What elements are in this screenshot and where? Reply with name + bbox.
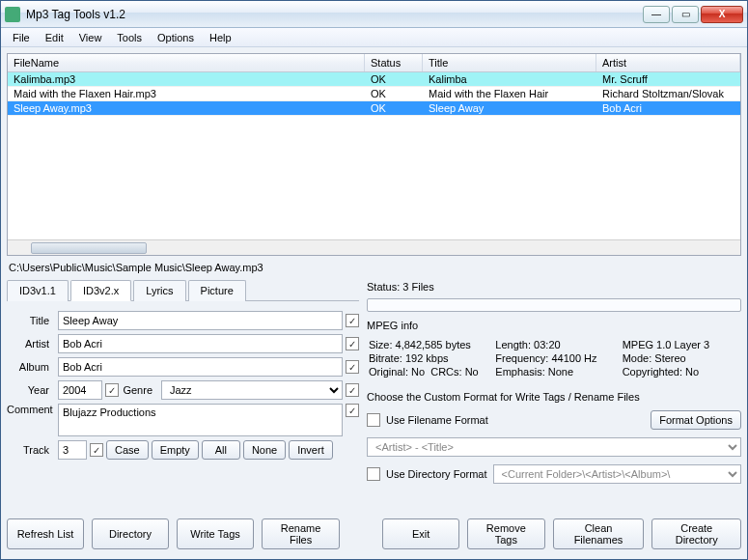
artist-label: Artist bbox=[7, 338, 55, 350]
case-button[interactable]: Case bbox=[106, 440, 149, 460]
all-button[interactable]: All bbox=[202, 440, 240, 460]
directory-button[interactable]: Directory bbox=[92, 518, 169, 549]
none-button[interactable]: None bbox=[243, 440, 286, 460]
year-check[interactable] bbox=[105, 383, 119, 397]
tag-form: Title Artist Album Y bbox=[7, 305, 359, 465]
tab-id3v1[interactable]: ID3v1.1 bbox=[7, 280, 69, 301]
crc-value: No bbox=[465, 366, 479, 378]
album-label: Album bbox=[7, 361, 55, 373]
scroll-thumb[interactable] bbox=[31, 242, 147, 254]
cell-artist: Bob Acri bbox=[596, 101, 740, 115]
bitrate-label: Bitrate: bbox=[369, 352, 402, 364]
mpeg-info: Size: 4,842,585 bytes Length: 03:20 MPEG… bbox=[367, 335, 741, 381]
directory-template-select[interactable]: <Current Folder>\<Artist>\<Album>\ bbox=[493, 464, 741, 484]
minimize-button[interactable]: — bbox=[643, 6, 670, 23]
menubar: File Edit View Tools Options Help bbox=[1, 28, 747, 47]
tag-tabs: ID3v1.1 ID3v2.x Lyrics Picture bbox=[7, 279, 359, 301]
menu-help[interactable]: Help bbox=[202, 30, 239, 45]
cell-status: OK bbox=[365, 72, 423, 86]
table-row[interactable]: Sleep Away.mp3OKSleep AwayBob Acri bbox=[8, 101, 740, 116]
content: FileName Status Title Artist Kalimba.mp3… bbox=[1, 47, 747, 559]
genre-select[interactable]: Jazz bbox=[161, 380, 343, 400]
table-row[interactable]: Kalimba.mp3OKKalimbaMr. Scruff bbox=[8, 72, 740, 87]
comment-label: Comment bbox=[7, 404, 55, 415]
title-check[interactable] bbox=[346, 314, 359, 327]
maximize-button[interactable]: ▭ bbox=[672, 6, 699, 23]
create-directory-button[interactable]: Create Directory bbox=[651, 518, 741, 549]
use-directory-check[interactable] bbox=[367, 467, 380, 481]
progress-bar bbox=[367, 298, 741, 312]
app-window: Mp3 Tag Tools v1.2 — ▭ X File Edit View … bbox=[0, 0, 748, 560]
status-label: Status: bbox=[367, 281, 400, 293]
use-filename-check[interactable] bbox=[367, 413, 380, 427]
close-button[interactable]: X bbox=[701, 6, 743, 23]
freq-label: Frequency: bbox=[495, 352, 548, 364]
refresh-list-button[interactable]: Refresh List bbox=[7, 518, 84, 549]
genre-check[interactable] bbox=[346, 383, 359, 397]
track-check[interactable] bbox=[90, 443, 103, 457]
orig-label: Original: bbox=[369, 366, 408, 378]
tab-lyrics[interactable]: Lyrics bbox=[133, 280, 185, 301]
clean-filenames-button[interactable]: Clean Filenames bbox=[553, 518, 645, 549]
artist-input[interactable] bbox=[58, 334, 343, 353]
comment-input[interactable] bbox=[58, 404, 343, 436]
title-label: Title bbox=[7, 315, 55, 326]
title-input[interactable] bbox=[58, 311, 343, 330]
col-filename[interactable]: FileName bbox=[8, 54, 365, 71]
cell-status: OK bbox=[365, 87, 423, 100]
tab-id3v2[interactable]: ID3v2.x bbox=[70, 280, 131, 301]
right-panel: Status: 3 Files MPEG info Size: 4,842,58… bbox=[367, 279, 741, 511]
emph-value: None bbox=[548, 366, 573, 378]
track-label: Track bbox=[7, 444, 55, 456]
table-row[interactable]: Maid with the Flaxen Hair.mp3OKMaid with… bbox=[8, 87, 740, 101]
status-text: 3 Files bbox=[402, 281, 433, 293]
titlebar[interactable]: Mp3 Tag Tools v1.2 — ▭ X bbox=[1, 1, 747, 28]
mode-value: Stereo bbox=[654, 352, 685, 364]
col-status[interactable]: Status bbox=[365, 54, 423, 71]
table-body[interactable]: Kalimba.mp3OKKalimbaMr. ScruffMaid with … bbox=[8, 72, 740, 239]
invert-button[interactable]: Invert bbox=[289, 440, 333, 460]
exit-button[interactable]: Exit bbox=[382, 518, 459, 549]
use-directory-label: Use Directory Format bbox=[386, 468, 487, 480]
year-label: Year bbox=[7, 384, 55, 396]
cell-filename: Sleep Away.mp3 bbox=[8, 101, 365, 115]
tab-picture[interactable]: Picture bbox=[188, 280, 246, 301]
menu-tools[interactable]: Tools bbox=[109, 30, 150, 45]
year-input[interactable] bbox=[58, 380, 102, 400]
empty-button[interactable]: Empty bbox=[152, 440, 199, 460]
horizontal-scrollbar[interactable] bbox=[8, 239, 740, 255]
col-title[interactable]: Title bbox=[423, 54, 596, 71]
cell-artist: Richard Stoltzman/Slovak bbox=[596, 87, 740, 100]
copy-label: Copyrighted: bbox=[623, 366, 682, 378]
cell-title: Sleep Away bbox=[423, 101, 596, 115]
rename-files-button[interactable]: Rename Files bbox=[262, 518, 340, 549]
menu-options[interactable]: Options bbox=[150, 30, 202, 45]
format-options-button[interactable]: Format Options bbox=[651, 410, 741, 430]
menu-file[interactable]: File bbox=[5, 30, 38, 45]
remove-tags-button[interactable]: Remove Tags bbox=[467, 518, 544, 549]
table-header: FileName Status Title Artist bbox=[8, 54, 740, 72]
comment-check[interactable] bbox=[346, 404, 359, 417]
write-tags-button[interactable]: Write Tags bbox=[177, 518, 254, 549]
length-label: Length: bbox=[495, 339, 531, 350]
use-filename-label: Use Filename Format bbox=[386, 414, 488, 426]
album-input[interactable] bbox=[58, 357, 343, 377]
menu-view[interactable]: View bbox=[71, 30, 110, 45]
app-icon bbox=[5, 7, 20, 22]
mpeg-header: MPEG info bbox=[367, 320, 741, 331]
freq-value: 44100 Hz bbox=[551, 352, 596, 364]
mode-label: Mode: bbox=[623, 352, 652, 364]
album-check[interactable] bbox=[346, 360, 359, 374]
track-input[interactable] bbox=[58, 440, 87, 460]
col-artist[interactable]: Artist bbox=[596, 54, 740, 71]
cell-filename: Kalimba.mp3 bbox=[8, 72, 365, 86]
emph-label: Emphasis: bbox=[495, 366, 544, 378]
lower-pane: ID3v1.1 ID3v2.x Lyrics Picture Title Art… bbox=[7, 279, 741, 511]
menu-edit[interactable]: Edit bbox=[38, 30, 71, 45]
artist-check[interactable] bbox=[346, 337, 359, 350]
window-controls: — ▭ X bbox=[643, 6, 743, 23]
filename-template-select[interactable]: <Artist> - <Title> bbox=[367, 437, 741, 457]
cell-title: Maid with the Flaxen Hair bbox=[423, 87, 596, 100]
genre-label: Genre bbox=[122, 384, 158, 396]
format-header: Choose the Custom Format for Write Tags … bbox=[367, 391, 741, 403]
